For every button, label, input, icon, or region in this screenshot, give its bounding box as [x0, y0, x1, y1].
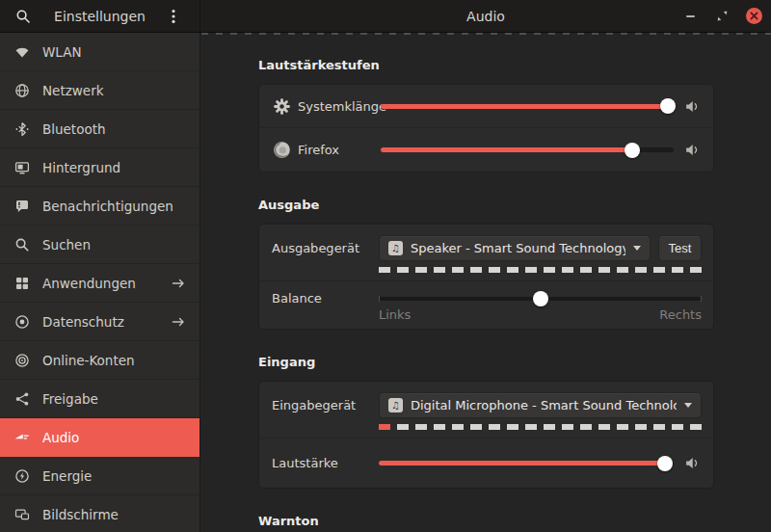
slider-handle[interactable]	[625, 143, 640, 158]
section-title: Warnton	[258, 514, 714, 528]
volume-speaker-icon	[684, 142, 701, 158]
volume-row-label: Systemklänge	[298, 99, 381, 114]
balance-max-label: Rechts	[659, 307, 702, 322]
output-level-meter	[379, 267, 702, 273]
input-volume-slider[interactable]	[379, 456, 674, 471]
balance-label: Balance	[272, 290, 379, 307]
bluetooth-icon	[13, 120, 30, 137]
search-icon	[15, 9, 31, 24]
output-card: Ausgabegerät ♫ Speaker - Smart Sound Tec…	[258, 224, 714, 330]
close-button[interactable]	[745, 8, 762, 25]
sidebar-item-label: Datenschutz	[42, 314, 158, 330]
input-device-value: Digital Microphone - Smart Sound Technol…	[411, 398, 677, 412]
wifi-icon	[13, 43, 30, 60]
search-icon	[13, 236, 30, 253]
sidebar-item-bluetooth[interactable]: Bluetooth	[0, 110, 199, 148]
slider-handle[interactable]	[533, 291, 548, 306]
sidebar-item-label: Anwendungen	[42, 276, 158, 291]
sidebar-item-wlan[interactable]: WLAN	[0, 33, 199, 71]
displays-icon	[13, 506, 30, 522]
chevron-down-icon	[633, 246, 641, 251]
scroll-undershoot-indicator	[201, 33, 771, 35]
system-sounds-volume-slider[interactable]	[381, 98, 674, 114]
input-card: Eingabegerät ♫ Digital Microphone - Smar…	[258, 381, 714, 489]
headerbar-right: Audio	[200, 0, 771, 32]
firefox-icon	[272, 141, 291, 160]
minimize-icon	[686, 15, 695, 17]
sidebar-item-label: Hintergrund	[42, 160, 186, 175]
sidebar-item-datenschutz[interactable]: Datenschutz	[0, 303, 199, 341]
sidebar-item-label: Audio	[42, 430, 186, 445]
sidebar-item-energie[interactable]: Energie	[0, 457, 199, 495]
sidebar-item-benachrichtigungen[interactable]: Benachrichtigungen	[0, 187, 199, 226]
sidebar-item-label: Suchen	[42, 237, 186, 253]
input-device-label: Eingabegerät	[272, 392, 379, 418]
privacy-icon	[13, 313, 30, 330]
sidebar-item-netzwerk[interactable]: Netzwerk	[0, 71, 199, 110]
balance-slider[interactable]	[379, 290, 702, 307]
volume-levels-card: Systemklänge	[258, 84, 714, 173]
settings-sidebar: WLAN Netzwerk Bluetooth	[0, 33, 200, 532]
restore-button[interactable]	[713, 8, 731, 25]
settings-window: Einstellungen Audio	[0, 0, 771, 532]
sidebar-item-label: Bluetooth	[42, 121, 186, 137]
section-input: Eingang Eingabegerät ♫ Digital Microphon…	[258, 355, 714, 489]
audio-panel-content: Lautstärkestufen	[201, 33, 771, 532]
sidebar-item-label: Benachrichtigungen	[42, 199, 186, 214]
section-title: Ausgabe	[258, 198, 714, 212]
volume-row-firefox: Firefox	[259, 128, 713, 172]
chevron-right-icon	[171, 314, 186, 330]
sidebar-item-hintergrund[interactable]: Hintergrund	[0, 148, 199, 187]
sidebar-item-label: Online-Konten	[42, 353, 186, 368]
power-icon	[13, 467, 30, 484]
sidebar-item-anwendungen[interactable]: Anwendungen	[0, 264, 199, 303]
chevron-down-icon	[684, 403, 692, 408]
close-icon	[746, 8, 762, 24]
globe-icon	[13, 82, 30, 98]
audio-card-icon: ♫	[388, 398, 403, 412]
input-device-row: Eingabegerät ♫ Digital Microphone - Smar…	[259, 382, 713, 439]
input-level-indicator	[379, 424, 390, 430]
headerbar: Einstellungen Audio	[0, 0, 771, 33]
section-title: Eingang	[258, 355, 714, 369]
output-device-row: Ausgabegerät ♫ Speaker - Smart Sound Tec…	[259, 225, 713, 281]
speaker-icon	[13, 429, 30, 445]
primary-menu-button[interactable]	[163, 6, 184, 27]
sidebar-item-label: Netzwerk	[42, 83, 186, 98]
volume-row-system-sounds: Systemklänge	[259, 85, 713, 128]
slider-handle[interactable]	[657, 456, 673, 471]
sidebar-item-label: WLAN	[42, 44, 186, 60]
input-level-meter	[379, 424, 702, 430]
audio-card-icon: ♫	[388, 241, 403, 255]
minimize-button[interactable]	[681, 8, 699, 25]
section-volume-levels: Lautstärkestufen	[258, 58, 714, 173]
sidebar-item-suchen[interactable]: Suchen	[0, 226, 199, 264]
background-icon	[13, 159, 30, 175]
sidebar-item-label: Freigabe	[42, 391, 186, 407]
sidebar-item-bildschirme[interactable]: Bildschirme	[0, 495, 199, 532]
sidebar-item-label: Bildschirme	[42, 507, 186, 522]
output-device-label: Ausgabegerät	[272, 235, 379, 261]
sidebar-item-label: Energie	[42, 468, 186, 484]
sidebar-item-freigabe[interactable]: Freigabe	[0, 380, 199, 418]
firefox-volume-slider[interactable]	[381, 143, 674, 158]
search-button[interactable]	[13, 6, 34, 27]
app-grid-icon	[13, 275, 30, 291]
balance-min-label: Links	[379, 307, 411, 322]
sidebar-item-audio[interactable]: Audio	[0, 418, 199, 457]
restore-icon	[716, 10, 729, 22]
output-device-dropdown[interactable]: ♫ Speaker - Smart Sound Technology Aud…	[379, 235, 651, 261]
headerbar-left: Einstellungen	[0, 0, 200, 32]
sidebar-item-online-konten[interactable]: Online-Konten	[0, 341, 199, 380]
output-device-value: Speaker - Smart Sound Technology Aud…	[411, 241, 625, 255]
share-icon	[13, 390, 30, 407]
slider-handle[interactable]	[660, 98, 676, 114]
gear-icon	[272, 96, 291, 116]
volume-row-label: Firefox	[298, 143, 381, 157]
window-controls	[681, 0, 762, 32]
section-alert-sound: Warnton	[258, 514, 714, 528]
input-volume-row: Lautstärke	[259, 439, 713, 488]
test-speakers-button[interactable]: Test	[658, 235, 702, 261]
kebab-menu-icon	[172, 9, 175, 24]
input-device-dropdown[interactable]: ♫ Digital Microphone - Smart Sound Techn…	[379, 392, 702, 418]
